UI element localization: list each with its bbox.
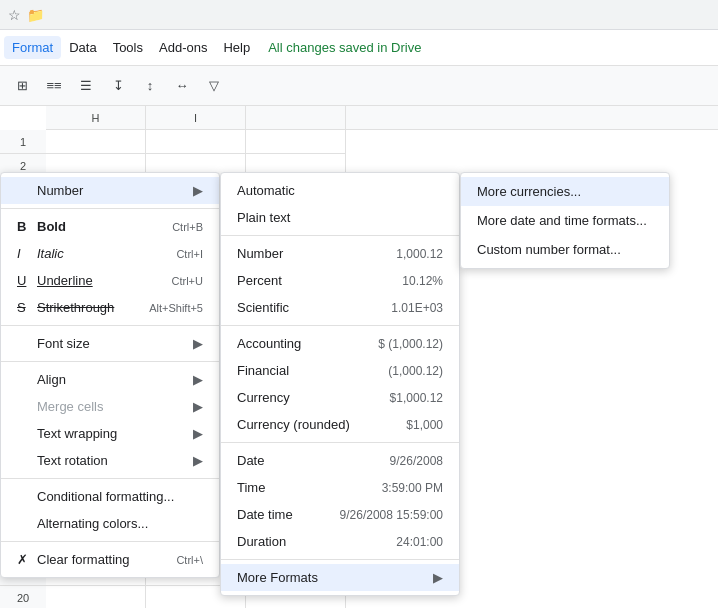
- toolbar-merge-btn[interactable]: ≡≡: [40, 72, 68, 100]
- number-datetime-value: 9/26/2008 15:59:00: [340, 508, 443, 522]
- format-textwrap-label: Text wrapping: [37, 426, 193, 441]
- merge-arrow: ▶: [193, 399, 203, 414]
- number-currency-rounded[interactable]: Currency (rounded) $1,000: [221, 411, 459, 438]
- number-financial[interactable]: Financial (1,000.12): [221, 357, 459, 384]
- number-accounting[interactable]: Accounting $ (1,000.12): [221, 330, 459, 357]
- format-bold-label: Bold: [37, 219, 156, 234]
- number-currency-rounded-value: $1,000: [406, 418, 443, 432]
- number-duration[interactable]: Duration 24:01:00: [221, 528, 459, 555]
- toolbar-textdir-btn[interactable]: ↔: [168, 72, 196, 100]
- number-plaintext[interactable]: Plain text: [221, 204, 459, 231]
- italic-shortcut: Ctrl+I: [176, 248, 203, 260]
- number-datetime[interactable]: Date time 9/26/2008 15:59:00: [221, 501, 459, 528]
- format-menu-italic[interactable]: I Italic Ctrl+I: [1, 240, 219, 267]
- format-menu-bold[interactable]: B Bold Ctrl+B: [1, 213, 219, 240]
- col-header-extra: [246, 106, 346, 129]
- number-more-formats[interactable]: More Formats ▶: [221, 564, 459, 591]
- format-merge-label: Merge cells: [37, 399, 193, 414]
- format-menu-align[interactable]: Align ▶: [1, 366, 219, 393]
- toolbar-border-btn[interactable]: ⊞: [8, 72, 36, 100]
- number-currency-value: $1,000.12: [390, 391, 443, 405]
- format-menu-clearformat[interactable]: ✗ Clear formatting Ctrl+\: [1, 546, 219, 573]
- toolbar-valign-btn[interactable]: ↧: [104, 72, 132, 100]
- number-duration-label: Duration: [237, 534, 396, 549]
- menu-tools[interactable]: Tools: [105, 36, 151, 59]
- format-sep-5: [1, 541, 219, 542]
- star-icon[interactable]: ☆: [8, 7, 21, 23]
- align-arrow: ▶: [193, 372, 203, 387]
- number-scientific[interactable]: Scientific 1.01E+03: [221, 294, 459, 321]
- cell-h1[interactable]: [46, 130, 146, 154]
- save-status: All changes saved in Drive: [268, 40, 421, 55]
- strike-shortcut: Alt+Shift+5: [149, 302, 203, 314]
- more-date-time-formats[interactable]: More date and time formats...: [461, 206, 669, 235]
- col-header-i: I: [146, 106, 246, 129]
- format-menu-condformatting[interactable]: Conditional formatting...: [1, 483, 219, 510]
- table-row: [46, 130, 718, 154]
- number-duration-value: 24:01:00: [396, 535, 443, 549]
- format-sep-3: [1, 361, 219, 362]
- cell-j1[interactable]: [246, 130, 346, 154]
- number-percent-value: 10.12%: [402, 274, 443, 288]
- number-plaintext-label: Plain text: [237, 210, 443, 225]
- format-clearformat-label: Clear formatting: [37, 552, 160, 567]
- format-menu-underline[interactable]: U Underline Ctrl+U: [1, 267, 219, 294]
- format-menu-textrotation[interactable]: Text rotation ▶: [1, 447, 219, 474]
- format-menu-number[interactable]: Number ▶: [1, 177, 219, 204]
- format-menu-textwrapping[interactable]: Text wrapping ▶: [1, 420, 219, 447]
- number-moreformats-label: More Formats: [237, 570, 425, 585]
- row-1: 1: [0, 130, 46, 154]
- format-altcolors-label: Alternating colors...: [37, 516, 203, 531]
- toolbar-align-btn[interactable]: ☰: [72, 72, 100, 100]
- menu-addons[interactable]: Add-ons: [151, 36, 215, 59]
- textwrap-arrow: ▶: [193, 426, 203, 441]
- folder-icon[interactable]: 📁: [27, 7, 44, 23]
- more-formats-menu: More currencies... More date and time fo…: [460, 172, 670, 269]
- cell-h20[interactable]: [46, 586, 146, 608]
- number-date-value: 9/26/2008: [390, 454, 443, 468]
- number-number[interactable]: Number 1,000.12: [221, 240, 459, 267]
- format-menu-strikethrough[interactable]: S Strikethrough Alt+Shift+5: [1, 294, 219, 321]
- number-scientific-value: 1.01E+03: [391, 301, 443, 315]
- toolbar-filter-btn[interactable]: ▽: [200, 72, 228, 100]
- grid-header: H I: [46, 106, 718, 130]
- clearformat-shortcut: Ctrl+\: [176, 554, 203, 566]
- format-menu-altcolors[interactable]: Alternating colors...: [1, 510, 219, 537]
- italic-icon: I: [17, 246, 37, 261]
- number-automatic-label: Automatic: [237, 183, 443, 198]
- number-date[interactable]: Date 9/26/2008: [221, 447, 459, 474]
- number-accounting-label: Accounting: [237, 336, 378, 351]
- number-currency-rounded-label: Currency (rounded): [237, 417, 406, 432]
- custom-number-format[interactable]: Custom number format...: [461, 235, 669, 264]
- number-number-value: 1,000.12: [396, 247, 443, 261]
- number-time[interactable]: Time 3:59:00 PM: [221, 474, 459, 501]
- more-currencies[interactable]: More currencies...: [461, 177, 669, 206]
- format-sep-4: [1, 478, 219, 479]
- number-currency[interactable]: Currency $1,000.12: [221, 384, 459, 411]
- number-financial-value: (1,000.12): [388, 364, 443, 378]
- number-time-label: Time: [237, 480, 382, 495]
- format-menu-fontsize[interactable]: Font size ▶: [1, 330, 219, 357]
- menu-help[interactable]: Help: [215, 36, 258, 59]
- underline-shortcut: Ctrl+U: [172, 275, 203, 287]
- number-currency-label: Currency: [237, 390, 390, 405]
- format-italic-label: Italic: [37, 246, 160, 261]
- strikethrough-icon: S: [17, 300, 37, 315]
- toolbar: ⊞ ≡≡ ☰ ↧ ↕ ↔ ▽: [0, 66, 718, 106]
- cell-i1[interactable]: [146, 130, 246, 154]
- number-automatic[interactable]: Automatic: [221, 177, 459, 204]
- toolbar-textwrap-btn[interactable]: ↕: [136, 72, 164, 100]
- menu-bar: Format Data Tools Add-ons Help All chang…: [0, 30, 718, 66]
- format-menu-mergecells: Merge cells ▶: [1, 393, 219, 420]
- underline-icon: U: [17, 273, 37, 288]
- number-percent[interactable]: Percent 10.12%: [221, 267, 459, 294]
- number-menu: Automatic Plain text Number 1,000.12 Per…: [220, 172, 460, 596]
- format-condformat-label: Conditional formatting...: [37, 489, 203, 504]
- number-sep-1: [221, 235, 459, 236]
- number-sep-2: [221, 325, 459, 326]
- number-time-value: 3:59:00 PM: [382, 481, 443, 495]
- menu-data[interactable]: Data: [61, 36, 104, 59]
- menu-format[interactable]: Format: [4, 36, 61, 59]
- format-sep-1: [1, 208, 219, 209]
- custom-number-label: Custom number format...: [477, 242, 621, 257]
